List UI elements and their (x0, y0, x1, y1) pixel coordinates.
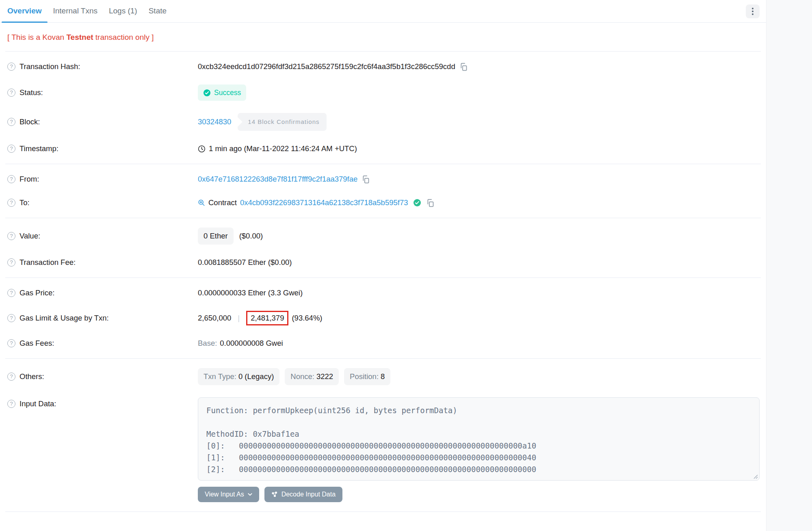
row-input-data: ? Input Data: Function: performUpkeep(ui… (0, 391, 766, 508)
gas-price-label: Gas Price: (19, 287, 54, 299)
kebab-icon (752, 8, 754, 9)
gas-fees-base-label: Base: (198, 338, 217, 349)
others-label: Others: (19, 371, 44, 382)
block-number-link[interactable]: 30324830 (198, 116, 231, 128)
row-others: ? Others: Txn Type:0 (Legacy) Nonce:3222… (0, 362, 766, 391)
to-label: To: (19, 197, 30, 208)
transaction-fee-label: Transaction Fee: (19, 257, 76, 268)
timestamp-label: Timestamp: (19, 143, 58, 154)
tab-bar: Overview Internal Txns Logs (1) State (0, 0, 766, 23)
resize-handle[interactable] (753, 474, 758, 479)
nonce-key: Nonce: (290, 372, 314, 381)
help-icon[interactable]: ? (7, 118, 15, 126)
section-summary: ? Transaction Hash: 0xcb324eedcd1d07296f… (0, 52, 766, 164)
to-address-link[interactable]: 0x4cb093f226983713164a62138c3f718a5b595f… (240, 197, 408, 208)
tab-logs[interactable]: Logs (1) (103, 0, 143, 22)
txn-type-key: Txn Type: (204, 372, 236, 381)
block-confirmations-badge: 14 Block Confirmations (238, 113, 326, 131)
txn-type-pill: Txn Type:0 (Legacy) (198, 368, 279, 385)
gas-used-highlight-box: 2,481,379 (246, 311, 288, 325)
from-label: From: (19, 173, 39, 185)
tab-state[interactable]: State (143, 0, 172, 22)
verified-check-icon (413, 199, 421, 207)
tab-internal-txns[interactable]: Internal Txns (48, 0, 103, 22)
txn-type-value: 0 (Legacy) (238, 372, 274, 381)
help-icon[interactable]: ? (7, 89, 15, 97)
help-icon[interactable]: ? (7, 373, 15, 381)
nonce-pill: Nonce:3222 (285, 368, 339, 385)
row-transaction-fee: ? Transaction Fee: 0.0081885507 Ether ($… (0, 251, 766, 274)
copy-icon[interactable] (459, 63, 468, 71)
position-pill: Position:8 (344, 368, 390, 385)
tabs: Overview Internal Txns Logs (1) State (2, 0, 172, 22)
position-value: 8 (381, 372, 385, 381)
page-background-strip (766, 0, 812, 531)
row-from: ? From: 0x647e7168122263d8e7f81f17fff9c2… (0, 167, 766, 191)
section-others: ? Others: Txn Type:0 (Legacy) Nonce:3222… (0, 359, 766, 511)
input-data-box[interactable]: Function: performUpkeep(uint256 id, byte… (198, 397, 760, 481)
clock-icon (198, 145, 206, 153)
notice-suffix: transaction only ] (93, 33, 154, 41)
gas-limit-label: Gas Limit & Usage by Txn: (19, 312, 109, 324)
help-icon[interactable]: ? (7, 339, 15, 347)
section-parties: ? From: 0x647e7168122263d8e7f81f17fff9c2… (0, 164, 766, 218)
check-circle-icon (203, 89, 211, 97)
row-block: ? Block: 30324830 14 Block Confirmations (0, 107, 766, 137)
help-icon[interactable]: ? (7, 145, 15, 153)
help-icon[interactable]: ? (7, 258, 15, 267)
nonce-value: 3222 (316, 372, 333, 381)
row-gas-fees: ? Gas Fees: Base: 0.000000008 Gwei (0, 332, 766, 355)
row-transaction-hash: ? Transaction Hash: 0xcb324eedcd1d07296f… (0, 55, 766, 78)
row-value: ? Value: 0 Ether ($0.00) (0, 221, 766, 251)
to-contract-word: Contract (208, 197, 237, 208)
help-icon[interactable]: ? (7, 232, 15, 240)
input-methodid-line: MethodID: 0x7bbaf1ea (206, 428, 751, 440)
row-to: ? To: Contract 0x4cb093f226983713164a621… (0, 191, 766, 215)
more-options-button[interactable] (746, 4, 760, 18)
section-value: ? Value: 0 Ether ($0.00) ? Transaction F… (0, 218, 766, 277)
position-key: Position: (350, 372, 379, 381)
view-input-as-button[interactable]: View Input As (198, 487, 259, 502)
row-timestamp: ? Timestamp: 1 min ago (Mar-11-2022 11:4… (0, 137, 766, 160)
gas-used-value: 2,481,379 (251, 314, 284, 322)
gas-used-percent: (93.64%) (292, 312, 322, 324)
status-value: Success (214, 87, 241, 98)
help-icon[interactable]: ? (7, 314, 15, 322)
chevron-down-icon (248, 493, 252, 496)
gas-price-value: 0.0000000033 Ether (3.3 Gwei) (198, 287, 303, 299)
copy-icon[interactable] (362, 175, 370, 184)
copy-icon[interactable] (426, 199, 435, 207)
input-param-0: [0]: 00000000000000000000000000000000000… (206, 440, 751, 452)
from-address-link[interactable]: 0x647e7168122263d8e7f81f17fff9c2f1aa379f… (198, 173, 357, 185)
decode-input-data-button[interactable]: Decode Input Data (264, 487, 342, 502)
input-param-2: [2]: 00000000000000000000000000000000000… (206, 464, 751, 475)
input-data-label: Input Data: (19, 398, 56, 410)
transaction-fee-value: 0.0081885507 Ether ($0.00) (198, 257, 292, 268)
gas-limit-value: 2,650,000 (198, 312, 231, 324)
gas-fees-label: Gas Fees: (19, 338, 54, 349)
transaction-hash-label: Transaction Hash: (19, 61, 80, 72)
status-badge: Success (198, 85, 246, 101)
input-function-line: Function: performUpkeep(uint256 id, byte… (206, 405, 751, 416)
timestamp-value: 1 min ago (Mar-11-2022 11:46:24 AM +UTC) (209, 143, 357, 154)
zoom-contract-icon[interactable] (198, 199, 205, 206)
value-label: Value: (19, 230, 40, 242)
input-param-1: [1]: 00000000000000000000000000000000000… (206, 452, 751, 464)
testnet-notice: [ This is a Kovan Testnet transaction on… (0, 23, 766, 51)
help-icon[interactable]: ? (7, 289, 15, 297)
pipe-separator: | (238, 312, 240, 324)
row-gas-limit-usage: ? Gas Limit & Usage by Txn: 2,650,000 | … (0, 305, 766, 332)
help-icon[interactable]: ? (7, 175, 15, 183)
block-label: Block: (19, 116, 40, 128)
ether-value-badge: 0 Ether (198, 228, 234, 245)
notice-bold: Testnet (66, 33, 93, 41)
help-icon[interactable]: ? (7, 400, 15, 408)
value-usd: ($0.00) (239, 230, 263, 242)
help-icon[interactable]: ? (7, 199, 15, 207)
decode-icon (271, 491, 278, 498)
tab-overview[interactable]: Overview (2, 0, 48, 22)
row-gas-price: ? Gas Price: 0.0000000033 Ether (3.3 Gwe… (0, 281, 766, 305)
status-label: Status: (19, 87, 43, 98)
help-icon[interactable]: ? (7, 63, 15, 71)
transaction-hash-value: 0xcb324eedcd1d07296fdf3d215a2865275f159c… (198, 61, 455, 72)
